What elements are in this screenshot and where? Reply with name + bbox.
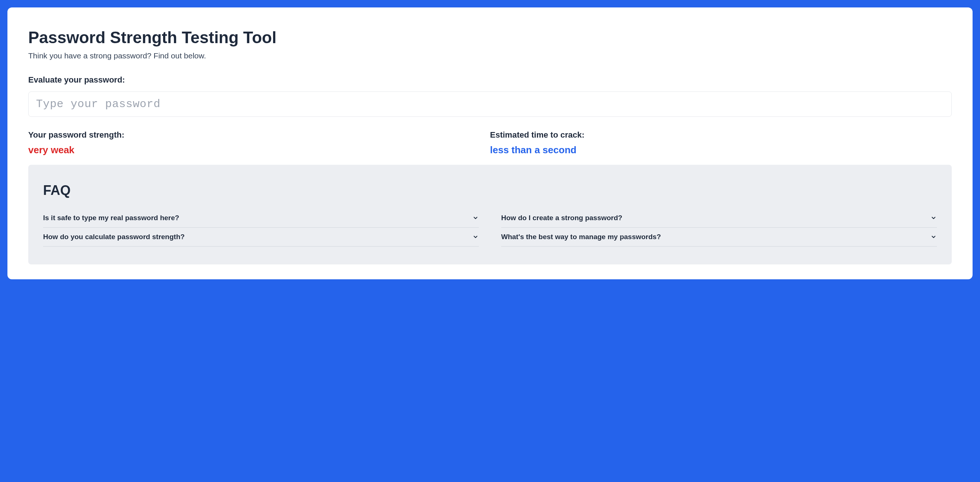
main-container: Password Strength Testing Tool Think you…	[8, 8, 972, 279]
results-row: Your password strength: very weak Estima…	[28, 130, 952, 156]
faq-columns: Is it safe to type my real password here…	[43, 209, 937, 247]
faq-question: How do you calculate password strength?	[43, 233, 185, 241]
faq-section: FAQ Is it safe to type my real password …	[28, 165, 952, 265]
crack-label: Estimated time to crack:	[490, 130, 952, 140]
password-input[interactable]	[28, 91, 952, 117]
faq-item-calculate[interactable]: How do you calculate password strength?	[43, 228, 479, 247]
strength-value: very weak	[28, 144, 490, 156]
crack-value: less than a second	[490, 144, 952, 156]
strength-column: Your password strength: very weak	[28, 130, 490, 156]
faq-question: How do I create a strong password?	[501, 214, 622, 222]
faq-question: Is it safe to type my real password here…	[43, 214, 179, 222]
chevron-down-icon	[472, 215, 479, 221]
faq-item-manage[interactable]: What's the best way to manage my passwor…	[501, 228, 937, 247]
chevron-down-icon	[930, 233, 937, 240]
faq-question: What's the best way to manage my passwor…	[501, 233, 661, 241]
page-title: Password Strength Testing Tool	[28, 28, 952, 47]
chevron-down-icon	[930, 215, 937, 221]
faq-left-column: Is it safe to type my real password here…	[43, 209, 479, 247]
chevron-down-icon	[472, 233, 479, 240]
page-subtitle: Think you have a strong password? Find o…	[28, 51, 952, 60]
strength-label: Your password strength:	[28, 130, 490, 140]
faq-item-create[interactable]: How do I create a strong password?	[501, 209, 937, 228]
faq-item-safe[interactable]: Is it safe to type my real password here…	[43, 209, 479, 228]
faq-title: FAQ	[43, 183, 937, 198]
faq-right-column: How do I create a strong password? What'…	[501, 209, 937, 247]
crack-column: Estimated time to crack: less than a sec…	[490, 130, 952, 156]
evaluate-label: Evaluate your password:	[28, 75, 952, 85]
